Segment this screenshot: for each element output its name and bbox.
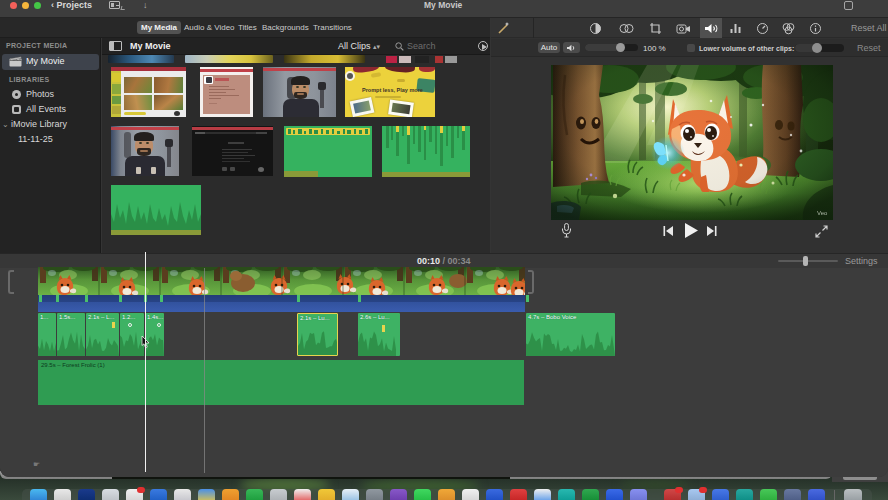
svg-text:Veo: Veo xyxy=(817,210,828,216)
